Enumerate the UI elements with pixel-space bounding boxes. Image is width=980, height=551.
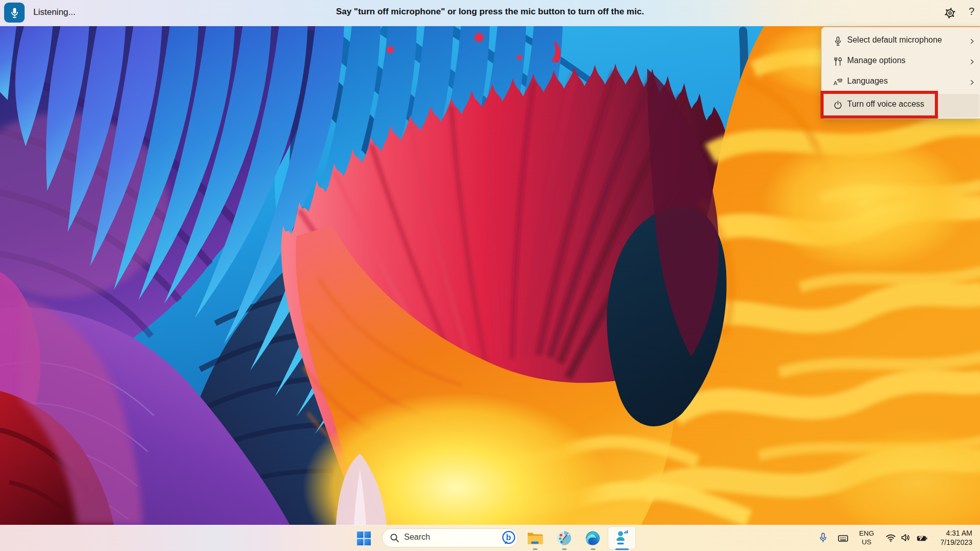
svg-text:b: b [506, 533, 511, 542]
svg-text:A: A [833, 80, 837, 86]
